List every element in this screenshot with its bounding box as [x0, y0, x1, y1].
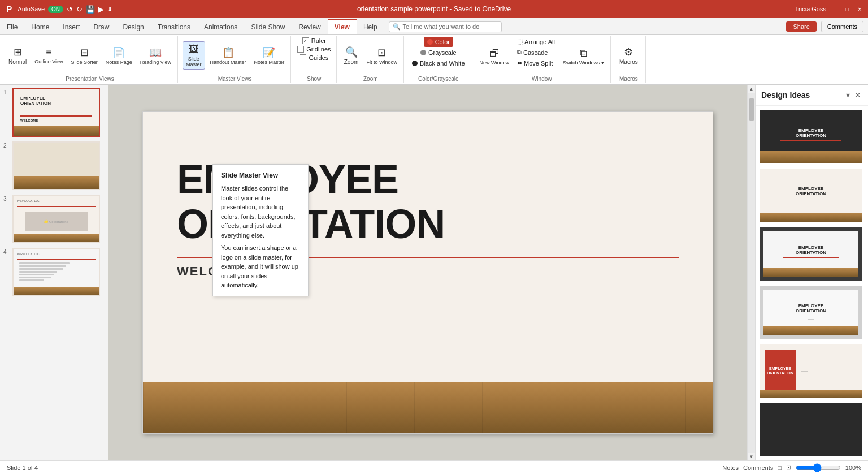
ribbon-group-color: Color Grayscale Black and White Color/Gr… — [405, 36, 472, 83]
notes-btn[interactable]: Notes — [722, 464, 739, 471]
canvas-wrapper: Slide Master View Master slides control … — [108, 85, 755, 460]
handout-master-icon: 📋 — [222, 46, 235, 59]
customize-btn[interactable]: ⬇ — [107, 6, 112, 13]
minimize-btn[interactable]: — — [831, 5, 839, 13]
tab-design[interactable]: Design — [116, 19, 150, 34]
design-thumb-3[interactable]: EMPLOYEEORIENTATION —— — [759, 226, 863, 282]
tab-file[interactable]: File — [0, 19, 24, 34]
design-4-preview: EMPLOYEEORIENTATION —— — [760, 286, 862, 339]
handout-master-label: Handout Master — [210, 59, 246, 65]
normal-label: Normal — [8, 59, 27, 65]
scroll-down-arrow[interactable]: ▼ — [748, 453, 756, 460]
ruler-check[interactable]: ✓ Ruler — [301, 37, 328, 45]
slide-img-3[interactable]: PARADOCK, LLC 🌟 Celebrations — [12, 195, 100, 243]
gridlines-checkbox[interactable] — [297, 46, 304, 53]
outline-view-btn[interactable]: ≡ Outline View — [32, 45, 66, 66]
guides-checkbox[interactable] — [300, 54, 306, 61]
grayscale-label: Grayscale — [428, 49, 457, 56]
slide1-title: EMPLOYEEORIENTATION — [20, 96, 51, 106]
zoom-btn[interactable]: 🔍 Zoom — [341, 44, 362, 67]
slide-master-icon: 🖼 — [189, 44, 199, 55]
design-thumb-6[interactable] — [759, 402, 863, 458]
notes-master-btn[interactable]: 📝 Notes Master — [251, 45, 288, 67]
normal-view-statusbar-btn[interactable]: □ — [778, 464, 782, 471]
slide-img-2[interactable] — [12, 141, 100, 190]
slide3-image-area: 🌟 Celebrations — [44, 219, 68, 223]
autosave-toggle[interactable]: ON — [48, 6, 63, 13]
present-btn[interactable]: ▶ — [98, 5, 104, 14]
reading-view-btn[interactable]: 📖 Reading View — [137, 45, 174, 67]
design-panel-dropdown[interactable]: ▾ — [845, 89, 851, 101]
tab-transitions[interactable]: Transitions — [151, 19, 197, 34]
scroll-up-arrow[interactable]: ▲ — [748, 85, 756, 93]
tab-slideshow[interactable]: Slide Show — [244, 19, 292, 34]
switch-windows-btn[interactable]: ⧉ Switch Windows ▾ — [560, 46, 607, 67]
slide-panel[interactable]: 1 EMPLOYEEORIENTATION WELCOME 2 3 — [0, 85, 108, 460]
design-5-preview: EMPLOYEE ORIENTATION —— — [760, 344, 862, 398]
scroll-track[interactable] — [748, 93, 756, 453]
switch-windows-label: Switch Windows ▾ — [563, 60, 604, 66]
arrange-all-btn[interactable]: ⬚ Arrange All — [514, 37, 558, 46]
macros-btn[interactable]: ⚙ Macros — [617, 44, 641, 67]
design-thumb-2[interactable]: EMPLOYEEORIENTATION —— — [759, 168, 863, 223]
bw-btn[interactable]: Black and White — [409, 58, 468, 68]
undo-btn[interactable]: ↺ — [67, 5, 73, 14]
tab-help[interactable]: Help — [357, 19, 384, 34]
color-btn[interactable]: Color — [424, 37, 453, 47]
comments-btn[interactable]: Comments — [743, 464, 773, 471]
slide-img-1[interactable]: EMPLOYEEORIENTATION WELCOME — [12, 88, 100, 137]
vertical-scrollbar[interactable]: ▲ ▼ — [747, 85, 755, 460]
ruler-checkbox[interactable]: ✓ — [302, 37, 309, 44]
redo-btn[interactable]: ↻ — [76, 5, 83, 14]
tab-view[interactable]: View — [328, 19, 357, 34]
tab-home[interactable]: Home — [24, 19, 56, 34]
zoom-slider[interactable] — [796, 464, 841, 472]
design-panel-close[interactable]: ✕ — [853, 89, 862, 101]
design-thumb-5[interactable]: EMPLOYEE ORIENTATION —— — [759, 343, 863, 399]
share-button[interactable]: Share — [786, 21, 816, 32]
comments-button[interactable]: Comments — [821, 21, 863, 32]
slide-thumb-2[interactable]: 2 — [2, 140, 106, 191]
design-thumb-1[interactable]: EMPLOYEEORIENTATION —— — [759, 109, 863, 165]
new-window-btn[interactable]: 🗗 New Window — [477, 46, 513, 67]
scroll-thumb[interactable] — [749, 98, 754, 121]
titlebar-left: P AutoSave ON ↺ ↻ 💾 ▶ ⬇ — [5, 4, 112, 14]
design-thumbnails[interactable]: EMPLOYEEORIENTATION —— EMPLOYEEORIENTATI… — [756, 106, 868, 460]
slide-img-4[interactable]: PARADOCK, LLC — [12, 248, 100, 296]
slide-wood-floor — [143, 382, 713, 433]
design-ideas-panel: Design Ideas ▾ ✕ EMPLOYEEORIENTATION —— … — [755, 85, 868, 460]
close-btn[interactable]: ✕ — [856, 5, 863, 13]
slide4-content: PARADOCK, LLC — [14, 249, 99, 295]
maximize-btn[interactable]: □ — [843, 5, 851, 13]
statusbar: Slide 1 of 4 Notes Comments □ ⊡ 100% — [0, 460, 868, 474]
notes-page-btn[interactable]: 📄 Notes Page — [103, 45, 135, 67]
gridlines-check[interactable]: Gridlines — [296, 45, 332, 53]
design-5-right: —— — [801, 369, 808, 373]
handout-master-btn[interactable]: 📋 Handout Master — [207, 45, 249, 67]
cascade-btn[interactable]: ⧉ Cascade — [514, 48, 558, 57]
save-btn[interactable]: 💾 — [86, 5, 95, 14]
normal-view-btn[interactable]: ⊞ Normal — [6, 44, 29, 67]
design-4-sub: —— — [808, 317, 814, 321]
grayscale-btn[interactable]: Grayscale — [417, 48, 460, 58]
fit-to-window-btn[interactable]: ⊡ Fit to Window — [364, 45, 401, 67]
slide-master-btn[interactable]: 🖼 SlideMaster — [183, 41, 205, 70]
slide-sorter-btn[interactable]: ⊟ Slide Sorter — [68, 45, 101, 67]
ribbon-search[interactable]: 🔍 Tell me what you want to do — [389, 21, 502, 32]
new-window-icon: 🗗 — [489, 48, 500, 59]
slide-canvas-area[interactable]: Slide Master View Master slides control … — [108, 85, 747, 460]
slide-thumb-1[interactable]: 1 EMPLOYEEORIENTATION WELCOME — [2, 87, 106, 138]
slide-num-1: 1 — [3, 88, 10, 96]
tab-insert[interactable]: Insert — [56, 19, 86, 34]
tab-review[interactable]: Review — [292, 19, 327, 34]
autosave-label: AutoSave — [18, 6, 45, 12]
tab-draw[interactable]: Draw — [86, 19, 116, 34]
fit-view-statusbar-btn[interactable]: ⊡ — [786, 464, 791, 471]
design-thumb-4[interactable]: EMPLOYEEORIENTATION —— — [759, 285, 863, 341]
color-label: Color — [435, 38, 450, 45]
tab-animations[interactable]: Animations — [197, 19, 244, 34]
guides-check[interactable]: Guides — [298, 54, 330, 62]
move-split-btn[interactable]: ⬌ Move Split — [514, 58, 558, 68]
slide-thumb-3[interactable]: 3 PARADOCK, LLC 🌟 Celebrations — [2, 193, 106, 244]
slide-thumb-4[interactable]: 4 PARADOCK, LLC — [2, 247, 106, 298]
